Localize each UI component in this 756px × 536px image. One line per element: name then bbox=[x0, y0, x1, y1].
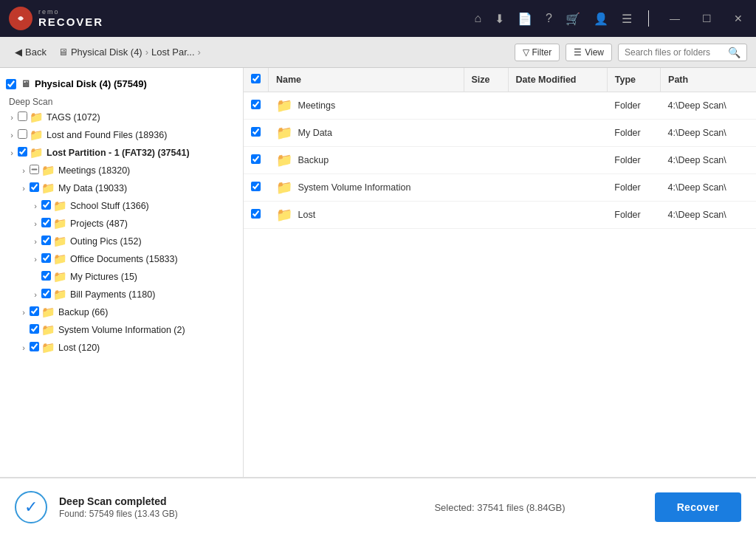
user-icon[interactable]: 👤 bbox=[594, 12, 608, 26]
row-date-cell bbox=[508, 120, 607, 147]
tree-item[interactable]: 📁My Pictures (15) bbox=[0, 268, 243, 286]
table-row[interactable]: 📁System Volume InformationFolder4:\Deep … bbox=[244, 174, 756, 202]
tree-item[interactable]: ›📁Bill Payments (1180) bbox=[0, 286, 243, 303]
search-icon[interactable]: 🔍 bbox=[728, 47, 740, 58]
breadcrumb-disk[interactable]: Physical Disk (4) bbox=[71, 47, 142, 58]
row-checkbox[interactable] bbox=[251, 127, 261, 137]
tree-expand-icon[interactable]: › bbox=[18, 308, 30, 317]
tree-expand-icon[interactable]: › bbox=[30, 290, 41, 299]
tree-expand-icon[interactable]: › bbox=[18, 343, 30, 352]
table-row[interactable]: 📁BackupFolder4:\Deep Scan\ bbox=[244, 147, 756, 174]
tree-checkbox[interactable] bbox=[41, 289, 51, 298]
disk-checkbox[interactable] bbox=[6, 79, 16, 89]
row-size-cell bbox=[464, 147, 508, 174]
disk-header[interactable]: 🖥 Physical Disk (4) (57549) bbox=[0, 74, 243, 94]
folder-icon: 📁 bbox=[41, 164, 55, 177]
help-icon[interactable]: ? bbox=[546, 12, 552, 25]
tree-item[interactable]: ›📁TAGS (1072) bbox=[0, 109, 243, 126]
tree-item[interactable]: ›📁School Stuff (1366) bbox=[0, 197, 243, 215]
menu-icon[interactable]: ☰ bbox=[622, 12, 632, 26]
tree-expand-icon[interactable]: › bbox=[30, 202, 41, 210]
check-all-checkbox[interactable] bbox=[251, 74, 261, 83]
maximize-button[interactable]: ☐ bbox=[698, 11, 716, 26]
tree-item-label: System Volume Information (2) bbox=[58, 325, 185, 335]
row-checkbox[interactable] bbox=[251, 209, 261, 219]
download-icon[interactable]: ⬇ bbox=[495, 12, 504, 26]
tree-item[interactable]: ›📁Office Documents (15833) bbox=[0, 250, 243, 268]
row-checkbox-cell[interactable] bbox=[244, 120, 269, 147]
th-check[interactable] bbox=[244, 68, 269, 92]
folder-icon: 📁 bbox=[53, 270, 67, 284]
tree-item-label: Lost and Found Files (18936) bbox=[47, 130, 167, 140]
th-date-modified[interactable]: Date Modified bbox=[508, 68, 607, 92]
row-checkbox-cell[interactable] bbox=[244, 202, 269, 229]
recover-button[interactable]: Recover bbox=[655, 492, 741, 522]
row-checkbox[interactable] bbox=[251, 154, 261, 164]
table-row[interactable]: 📁MeetingsFolder4:\Deep Scan\ bbox=[244, 92, 756, 120]
tree-expand-icon[interactable]: › bbox=[18, 166, 30, 175]
tree-expand-icon[interactable]: › bbox=[18, 184, 30, 193]
tree-checkbox[interactable] bbox=[41, 218, 51, 227]
left-panel: 🖥 Physical Disk (4) (57549) Deep Scan ›📁… bbox=[0, 68, 244, 477]
filter-icon: ▽ bbox=[523, 47, 529, 58]
tree-item[interactable]: ›📁My Data (19033) bbox=[0, 179, 243, 197]
row-name-cell: 📁Lost bbox=[269, 202, 464, 229]
th-name[interactable]: Name bbox=[269, 68, 464, 92]
tree-checkbox[interactable] bbox=[30, 306, 39, 316]
tree-item[interactable]: ›📁Projects (487) bbox=[0, 215, 243, 233]
tree-checkbox[interactable] bbox=[30, 165, 39, 174]
tree-item[interactable]: ›📁Outing Pics (152) bbox=[0, 233, 243, 250]
filter-button[interactable]: ▽ Filter bbox=[515, 44, 560, 61]
tree-checkbox[interactable] bbox=[41, 271, 51, 281]
table-row[interactable]: 📁My DataFolder4:\Deep Scan\ bbox=[244, 120, 756, 147]
main-content: 🖥 Physical Disk (4) (57549) Deep Scan ›📁… bbox=[0, 68, 756, 477]
row-checkbox-cell[interactable] bbox=[244, 92, 269, 120]
tree-checkbox[interactable] bbox=[30, 182, 39, 192]
tree-item[interactable]: 📁System Volume Information (2) bbox=[0, 321, 243, 339]
tree-checkbox[interactable] bbox=[30, 342, 39, 351]
row-name-cell: 📁Meetings bbox=[269, 92, 464, 120]
tree-expand-icon[interactable]: › bbox=[30, 237, 41, 246]
tree-expand-icon[interactable]: › bbox=[30, 219, 41, 228]
search-box[interactable]: 🔍 bbox=[618, 44, 747, 61]
tree-checkbox[interactable] bbox=[18, 147, 27, 157]
row-folder-icon: 📁 bbox=[276, 152, 292, 168]
title-bar: remo RECOVER ⌂ ⬇ 📄 ? 🛒 👤 ☰ — ☐ ✕ bbox=[0, 0, 756, 37]
tree-checkbox[interactable] bbox=[41, 236, 51, 245]
file-icon[interactable]: 📄 bbox=[518, 12, 532, 26]
close-button[interactable]: ✕ bbox=[729, 11, 747, 26]
view-button[interactable]: ☰ View bbox=[566, 44, 612, 61]
tree-container: ›📁TAGS (1072)›📁Lost and Found Files (189… bbox=[0, 109, 243, 357]
tree-expand-icon[interactable]: › bbox=[6, 131, 18, 140]
tree-checkbox[interactable] bbox=[18, 129, 27, 139]
minimize-button[interactable]: — bbox=[665, 11, 684, 26]
th-type[interactable]: Type bbox=[607, 68, 660, 92]
tree-item[interactable]: ›📁Backup (66) bbox=[0, 303, 243, 321]
tree-item[interactable]: ›📁Lost Partition - 1 (FAT32) (37541) bbox=[0, 144, 243, 162]
tree-expand-icon[interactable]: › bbox=[6, 113, 18, 122]
th-size[interactable]: Size bbox=[464, 68, 508, 92]
row-checkbox-cell[interactable] bbox=[244, 147, 269, 174]
tree-expand-icon[interactable]: › bbox=[6, 148, 18, 157]
tree-checkbox[interactable] bbox=[18, 111, 27, 121]
row-checkbox-cell[interactable] bbox=[244, 174, 269, 202]
tree-checkbox[interactable] bbox=[41, 253, 51, 263]
divider bbox=[648, 10, 649, 27]
search-input[interactable] bbox=[625, 47, 728, 58]
home-icon[interactable]: ⌂ bbox=[474, 12, 481, 25]
tree-item[interactable]: ›📁Lost (120) bbox=[0, 339, 243, 357]
breadcrumb-partition[interactable]: Lost Par... bbox=[151, 47, 195, 58]
row-checkbox[interactable] bbox=[251, 100, 261, 109]
tree-checkbox[interactable] bbox=[41, 200, 51, 210]
th-path[interactable]: Path bbox=[661, 68, 756, 92]
row-checkbox[interactable] bbox=[251, 182, 261, 191]
back-button[interactable]: ◀ Back bbox=[9, 44, 52, 61]
tree-expand-icon[interactable]: › bbox=[30, 255, 41, 264]
tree-item[interactable]: ›📁Meetings (18320) bbox=[0, 162, 243, 179]
row-path-cell: 4:\Deep Scan\ bbox=[661, 147, 756, 174]
tree-item[interactable]: ›📁Lost and Found Files (18936) bbox=[0, 126, 243, 144]
tree-checkbox[interactable] bbox=[30, 324, 39, 334]
cart-icon[interactable]: 🛒 bbox=[566, 12, 580, 26]
breadcrumb-disk-icon: 🖥 bbox=[58, 47, 68, 58]
table-row[interactable]: 📁LostFolder4:\Deep Scan\ bbox=[244, 202, 756, 229]
